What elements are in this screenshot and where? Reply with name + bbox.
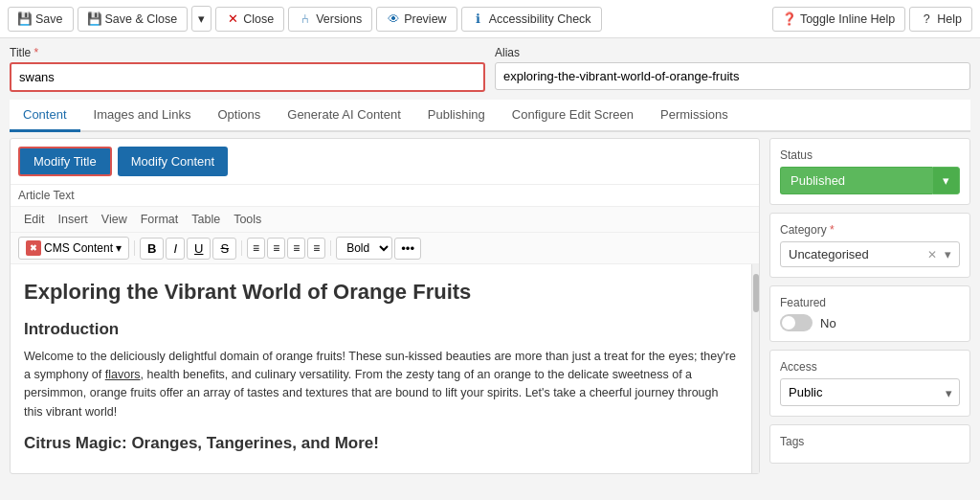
help-button[interactable]: ? Help [909, 7, 972, 32]
title-group: Title * [10, 46, 485, 92]
article-heading: Exploring the Vibrant World of Orange Fr… [24, 276, 740, 307]
editor-area: Modify Title Modify Content Article Text… [10, 138, 760, 474]
tab-generate-ai[interactable]: Generate AI Content [274, 100, 414, 132]
close-button[interactable]: ✕ Close [215, 7, 284, 32]
category-label: Category * [780, 223, 960, 237]
content-layout: Modify Title Modify Content Article Text… [10, 138, 970, 474]
save-close-icon: 💾 [88, 12, 101, 26]
versions-button[interactable]: ⑃ Versions [288, 7, 372, 32]
align-center-button[interactable]: ≡ [267, 238, 285, 259]
article-citrus-heading: Citrus Magic: Oranges, Tangerines, and M… [24, 431, 740, 456]
featured-row: No [780, 314, 960, 331]
access-select[interactable]: Public [780, 378, 960, 406]
alias-label: Alias [495, 46, 970, 59]
access-panel: Access Public [769, 350, 970, 417]
alias-input[interactable] [495, 62, 970, 90]
help-icon: ? [920, 12, 933, 26]
editor-menu-view[interactable]: View [96, 211, 133, 228]
alias-group: Alias [495, 46, 970, 92]
accessibility-icon: ℹ [472, 12, 485, 26]
format-divider-2 [241, 240, 242, 256]
close-icon: ✕ [226, 12, 239, 26]
modify-title-button[interactable]: Modify Title [18, 147, 112, 176]
tags-panel: Tags [769, 424, 970, 464]
strikethrough-button[interactable]: S [212, 238, 236, 260]
save-close-button[interactable]: 💾 Save & Close [78, 7, 189, 32]
category-arrow-icon[interactable]: ▾ [941, 245, 955, 263]
cms-content-button[interactable]: ✖ CMS Content ▾ [18, 237, 129, 260]
flavors-word: flavors [105, 368, 141, 381]
main-toolbar: 💾 Save 💾 Save & Close ▾ ✕ Close ⑃ Versio… [0, 0, 980, 38]
category-value: Uncategorised [785, 242, 924, 266]
category-select-wrapper[interactable]: Uncategorised ✕ ▾ [780, 241, 960, 267]
more-options-button[interactable]: ••• [394, 238, 421, 260]
italic-button[interactable]: I [166, 238, 185, 260]
editor-content-wrapper: Exploring the Vibrant World of Orange Fr… [11, 264, 759, 473]
featured-no-label: No [820, 316, 836, 330]
save-button[interactable]: 💾 Save [8, 7, 74, 32]
tab-options[interactable]: Options [204, 100, 274, 132]
editor-menu-insert[interactable]: Insert [53, 211, 94, 228]
featured-label: Featured [780, 296, 960, 309]
tab-permissions[interactable]: Permissions [647, 100, 742, 132]
article-intro-text: Welcome to the deliciously delightful do… [24, 348, 740, 422]
title-required-marker: * [34, 46, 39, 59]
editor-menu-tools[interactable]: Tools [228, 211, 267, 228]
format-style-select[interactable]: Bold [336, 237, 392, 260]
featured-panel: Featured No [769, 285, 970, 342]
save-dropdown-button[interactable]: ▾ [191, 6, 212, 32]
scroll-thumb [753, 274, 759, 312]
editor-menu-edit[interactable]: Edit [18, 211, 51, 228]
versions-icon: ⑃ [299, 12, 312, 26]
align-justify-button[interactable]: ≡ [307, 238, 325, 259]
underline-button[interactable]: U [187, 238, 211, 260]
tab-images-links[interactable]: Images and Links [80, 100, 205, 132]
tab-content[interactable]: Content [10, 100, 80, 132]
article-text-label: Article Text [11, 185, 759, 207]
help-circle-icon: ❓ [783, 12, 796, 26]
align-left-button[interactable]: ≡ [247, 238, 265, 259]
access-label: Access [780, 360, 960, 374]
fields-row: Title * Alias [10, 46, 970, 92]
status-panel: Status Published ▾ [769, 138, 970, 205]
title-input[interactable] [10, 62, 485, 92]
editor-menu-table[interactable]: Table [186, 211, 226, 228]
sidebar: Status Published ▾ Category * Uncategori… [769, 138, 970, 474]
category-clear-button[interactable]: ✕ [924, 246, 941, 263]
featured-toggle[interactable] [780, 314, 813, 331]
accessibility-check-button[interactable]: ℹ Accessibility Check [461, 7, 602, 32]
tabs-bar: Content Images and Links Options Generat… [10, 100, 970, 132]
status-dropdown-button[interactable]: ▾ [932, 167, 960, 194]
editor-menu-format[interactable]: Format [135, 211, 185, 228]
cms-content-arrow: ▾ [116, 241, 122, 255]
editor-scrollbar[interactable] [751, 264, 759, 473]
toggle-inline-help-button[interactable]: ❓ Toggle Inline Help [772, 7, 905, 32]
format-divider-1 [134, 240, 135, 256]
category-required-marker: * [830, 223, 835, 237]
editor-format-bar: ✖ CMS Content ▾ B I U S ≡ ≡ ≡ ≡ Bold ••• [11, 233, 759, 264]
status-select-wrapper: Published ▾ [780, 167, 960, 194]
modify-buttons-bar: Modify Title Modify Content [11, 139, 759, 185]
status-value[interactable]: Published [780, 167, 932, 194]
category-panel: Category * Uncategorised ✕ ▾ [769, 213, 970, 278]
editor-menu-bar: Edit Insert View Format Table Tools [11, 207, 759, 233]
joomla-icon: ✖ [26, 240, 41, 256]
align-right-button[interactable]: ≡ [287, 238, 305, 259]
preview-button[interactable]: 👁 Preview [376, 7, 457, 32]
modify-content-button[interactable]: Modify Content [118, 147, 228, 176]
format-divider-3 [330, 240, 331, 256]
tab-configure-edit[interactable]: Configure Edit Screen [499, 100, 647, 132]
bold-button[interactable]: B [140, 238, 164, 260]
save-icon: 💾 [18, 12, 32, 26]
title-label: Title * [10, 46, 485, 59]
article-intro-heading: Introduction [24, 317, 740, 342]
preview-icon: 👁 [387, 12, 400, 26]
main-area: Title * Alias Content Images and Links O… [0, 38, 980, 482]
tab-publishing[interactable]: Publishing [414, 100, 499, 132]
status-label: Status [780, 148, 960, 162]
editor-content[interactable]: Exploring the Vibrant World of Orange Fr… [11, 264, 759, 473]
toggle-knob [782, 316, 795, 330]
tags-label: Tags [780, 435, 960, 448]
access-select-wrapper: Public [780, 378, 960, 406]
